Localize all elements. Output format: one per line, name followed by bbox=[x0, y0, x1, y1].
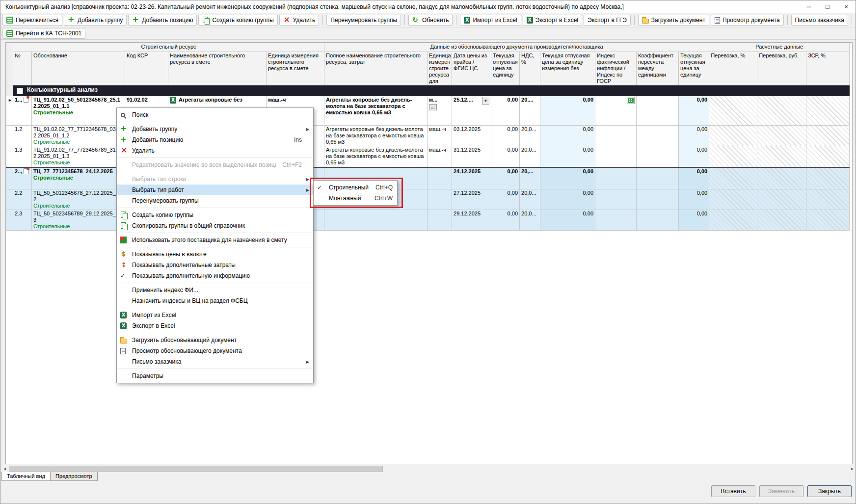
cell-conversion-coeff[interactable] bbox=[637, 96, 679, 125]
select-work-type-menu-item[interactable]: Выбрать тип работ▶ bbox=[117, 185, 313, 195]
apply-fi-index-menu-item[interactable]: Применить индекс ФИ... bbox=[117, 285, 313, 295]
cell-price-no-vat[interactable]: 0,00 bbox=[540, 125, 595, 146]
switch-button[interactable]: Переключиться bbox=[2, 15, 62, 26]
row-gutter[interactable] bbox=[6, 210, 13, 230]
cell-inflation-index[interactable] bbox=[595, 210, 637, 230]
cell-price-date[interactable]: 27.12.2025 bbox=[452, 189, 491, 210]
import-excel-button[interactable]: Импорт из Excel bbox=[460, 15, 521, 26]
show-additional-costs-menu-item[interactable]: Показывать дополнительные затраты bbox=[117, 260, 313, 270]
cell-num[interactable]: 2.3 bbox=[13, 210, 32, 230]
cell-conversion-coeff[interactable] bbox=[637, 167, 679, 189]
copy-group-button[interactable]: Создать копию группы bbox=[198, 15, 277, 26]
cell-vat[interactable]: 20,... bbox=[520, 167, 540, 189]
column-header-unit[interactable]: Единица измерения строительного ресурса … bbox=[267, 52, 324, 85]
export-excel-menu-item[interactable]: Экспорт в Excel bbox=[117, 320, 313, 331]
show-additional-info-menu-item[interactable]: Показывать дополнительную информацию bbox=[117, 270, 313, 281]
copy-groups-to-common-menu-item[interactable]: Скопировать группы в общий справочник bbox=[117, 220, 313, 231]
column-header-justification[interactable]: Обоснование bbox=[32, 52, 125, 85]
customer-letter-menu-item[interactable]: Письмо заказчика▶ bbox=[117, 356, 313, 367]
assign-indices-menu-item[interactable]: Назначить индексы и ВЦ на раздел ФСБЦ bbox=[117, 295, 313, 306]
tab-table-view[interactable]: Табличный вид bbox=[1, 472, 51, 481]
cell-vat[interactable]: 20,0... bbox=[520, 146, 540, 167]
close-button[interactable]: × bbox=[837, 0, 856, 13]
cell-price[interactable]: 0,00 bbox=[491, 96, 520, 125]
cell-num[interactable]: 1.., bbox=[13, 96, 32, 125]
scroll-right-button[interactable]: ► bbox=[848, 466, 856, 472]
cell-price[interactable]: 0,00 bbox=[491, 125, 520, 146]
cell-inflation-index[interactable] bbox=[595, 125, 637, 146]
row-gutter[interactable]: ► bbox=[6, 96, 13, 125]
cell-num[interactable]: 1.2 bbox=[13, 125, 32, 146]
close-window-button[interactable]: Закрыть bbox=[807, 485, 852, 497]
cell-vat[interactable]: 20,... bbox=[520, 96, 540, 125]
cell-price[interactable]: 0,00 bbox=[491, 189, 520, 210]
column-header-name[interactable]: Наименование строительного ресурса в сме… bbox=[168, 52, 267, 85]
cell-justification[interactable]: ТЦ_91.02.02_50_5012345678_25.12.2025_01_… bbox=[32, 96, 125, 125]
cell-unit-price[interactable]: 0,00 bbox=[679, 210, 709, 230]
add-group-button[interactable]: Добавить группу bbox=[64, 15, 127, 26]
cell-doc-unit[interactable] bbox=[428, 189, 452, 210]
show-currency-prices-menu-item[interactable]: Показывать цены в валюте bbox=[117, 249, 313, 260]
group-row-cell[interactable]: −Конъюнктурный анализ bbox=[13, 85, 850, 96]
cell-price-date[interactable]: 31.12.2025 bbox=[452, 146, 491, 167]
view-document-button[interactable]: Просмотр документа bbox=[711, 15, 784, 26]
renumber-groups-button[interactable]: Перенумеровать группы bbox=[326, 15, 401, 26]
collapse-button[interactable]: − bbox=[17, 88, 23, 94]
index-button[interactable] bbox=[627, 97, 635, 104]
cell-justification[interactable]: ТЦ_77_7712345678_24.12.2025_2.1Строитель… bbox=[32, 167, 125, 189]
cell-price-no-vat[interactable]: 0,00 bbox=[540, 96, 595, 125]
use-supplier-menu-item[interactable]: Использовать этого поставщика для назнач… bbox=[117, 235, 313, 245]
column-header-doc-unit[interactable]: Единица измерен строите ресурса для bbox=[428, 52, 452, 85]
search-menu-item[interactable]: Поиск bbox=[117, 109, 313, 120]
cell-unit-price[interactable]: 0,00 bbox=[679, 125, 709, 146]
cell-justification[interactable]: ТЦ_50_5023456789_29.12.2025_2.3Строитель… bbox=[32, 210, 125, 230]
cell-conversion-coeff[interactable] bbox=[637, 210, 679, 230]
delete-button[interactable]: Удалить bbox=[279, 15, 320, 26]
cell-price-date[interactable]: 24.12.2025 bbox=[452, 167, 491, 189]
delete-menu-item[interactable]: Удалить bbox=[117, 145, 313, 156]
column-header-price[interactable]: Текущая отпускная цена за единицу bbox=[491, 52, 520, 85]
column-header-transport-pct[interactable]: Перевозка, % bbox=[709, 52, 757, 85]
column-header-price-date[interactable]: Дата цены из прайса / ФГИС ЦС bbox=[452, 52, 491, 85]
column-header-unit-price[interactable]: Текущая отпускная цена за единицу bbox=[679, 52, 709, 85]
customer-letter-button[interactable]: Письмо заказчика bbox=[791, 15, 848, 26]
cell-vat[interactable]: 20,0... bbox=[520, 125, 540, 146]
column-group-header[interactable]: Расчетные данные bbox=[709, 43, 850, 52]
cell-inflation-index[interactable] bbox=[595, 189, 637, 210]
row-gutter[interactable] bbox=[6, 125, 13, 146]
minimize-button[interactable]: ─ bbox=[800, 0, 818, 13]
row-gutter[interactable] bbox=[6, 146, 13, 167]
goto-ka-tsn-button[interactable]: Перейти в КА ТСН-2001 bbox=[2, 28, 85, 39]
cell-conversion-coeff[interactable] bbox=[637, 189, 679, 210]
cell-price-no-vat[interactable]: 0,00 bbox=[540, 167, 595, 189]
import-excel-menu-item[interactable]: Импорт из Excel bbox=[117, 310, 313, 320]
column-header-ksr-code[interactable]: Код КСР bbox=[125, 52, 168, 85]
cell-inflation-index[interactable] bbox=[595, 167, 637, 189]
column-header-vat[interactable]: НДС, % bbox=[520, 52, 540, 85]
cell-unit-price[interactable]: 0,00 bbox=[679, 146, 709, 167]
cell-unit-price[interactable]: 0,00 bbox=[679, 96, 709, 125]
cell-price-date[interactable]: ▼25.12.... bbox=[452, 96, 491, 125]
row-gutter[interactable] bbox=[6, 189, 13, 210]
maximize-button[interactable]: □ bbox=[818, 0, 837, 13]
cell-inflation-index[interactable] bbox=[595, 96, 637, 125]
horizontal-scrollbar[interactable]: ◄ ► bbox=[0, 465, 856, 472]
cell-full-name[interactable]: Агрегаты копровые без дизель-молота на б… bbox=[324, 125, 428, 146]
cell-doc-unit[interactable]: м...... bbox=[428, 96, 452, 125]
cell-price[interactable]: 0,00 bbox=[491, 210, 520, 230]
cell-price[interactable]: 0,00 bbox=[491, 167, 520, 189]
cell-price-no-vat[interactable]: 0,00 bbox=[540, 189, 595, 210]
column-header-conversion-coeff[interactable]: Коэффициент пересчета между единицами bbox=[637, 52, 679, 85]
column-header-inflation-index[interactable]: Индекс фактической инфляции / Индекс по … bbox=[595, 52, 637, 85]
column-header-price-no-vat[interactable]: Текущая отпускная цена за единицу измере… bbox=[540, 52, 595, 85]
work-type-installation-menu-item[interactable]: МонтажныйCtrl+W bbox=[314, 193, 397, 204]
cell-doc-unit[interactable] bbox=[428, 210, 452, 230]
cell-full-name[interactable]: Агрегаты копровые без дизель-молота на б… bbox=[324, 146, 428, 167]
scroll-left-button[interactable]: ◄ bbox=[0, 466, 9, 472]
export-gge-button[interactable]: Экспорт в ГГЭ bbox=[584, 15, 631, 26]
add-position-menu-item[interactable]: Добавить позициюIns bbox=[117, 134, 313, 145]
cell-price-date[interactable]: 03.12.2025 bbox=[452, 125, 491, 146]
cell-vat[interactable]: 20,0... bbox=[520, 189, 540, 210]
load-document-button[interactable]: Загрузить документ bbox=[638, 15, 709, 26]
add-group-menu-item[interactable]: Добавить группу▶ bbox=[117, 124, 313, 134]
